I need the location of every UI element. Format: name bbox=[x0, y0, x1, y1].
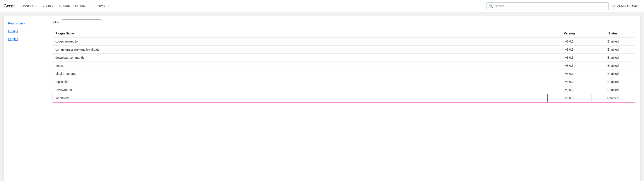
col-header-plugin-name: Plugin Name bbox=[53, 30, 548, 38]
topbar: Gerrit CHANGES ▾ YOUR ▾ DOCUMENTATION ▾ … bbox=[0, 0, 644, 12]
search-input[interactable] bbox=[495, 4, 606, 8]
cell-plugin-name: replication bbox=[53, 78, 548, 86]
cell-status: Enabled bbox=[591, 54, 635, 62]
cell-status: Enabled bbox=[591, 38, 635, 46]
filter-label: Filter: bbox=[52, 20, 60, 24]
filter-bar: Filter: bbox=[52, 20, 635, 25]
table-row[interactable]: webhooksv3.0.3Enabled bbox=[53, 94, 635, 102]
cell-plugin-name: download-commands bbox=[53, 54, 548, 62]
sidebar-item-repositories[interactable]: Repositories bbox=[4, 20, 47, 27]
content-area: Filter: Plugin Name Version Status codem… bbox=[47, 16, 640, 181]
cell-status: Enabled bbox=[591, 46, 635, 54]
gear-icon: ⚙ bbox=[612, 4, 616, 8]
search-bar: 🔍 bbox=[486, 2, 609, 10]
cell-plugin-name: commit-message-length-validator bbox=[53, 46, 548, 54]
cell-version: v3.0.3 bbox=[548, 54, 591, 62]
admin-label: ADMINISTRATOR bbox=[618, 4, 640, 8]
plugins-table: Plugin Name Version Status codemirror-ed… bbox=[52, 30, 635, 102]
cell-version: v3.0.3 bbox=[548, 38, 591, 46]
cell-status: Enabled bbox=[591, 78, 635, 86]
nav-changes[interactable]: CHANGES ▾ bbox=[16, 0, 39, 12]
cell-version: v3.0.3 bbox=[548, 46, 591, 54]
cell-version: v3.0.3 bbox=[548, 70, 591, 78]
cell-status: Enabled bbox=[591, 94, 635, 102]
main-layout: Repositories Groups Plugins Filter: Plug… bbox=[4, 16, 640, 181]
cell-status: Enabled bbox=[591, 70, 635, 78]
cell-plugin-name: hooks bbox=[53, 62, 548, 70]
table-row[interactable]: download-commandsv3.0.3Enabled bbox=[53, 54, 635, 62]
nav-documentation[interactable]: DOCUMENTATION ▾ bbox=[56, 0, 90, 12]
table-row[interactable]: commit-message-length-validatorv3.0.3Ena… bbox=[53, 46, 635, 54]
nav-your[interactable]: YOUR ▾ bbox=[40, 0, 56, 12]
chevron-down-icon: ▾ bbox=[108, 5, 109, 7]
cell-plugin-name: plugin-manager bbox=[53, 70, 548, 78]
cell-version: v3.0.3 bbox=[548, 78, 591, 86]
sidebar: Repositories Groups Plugins bbox=[4, 16, 47, 181]
nav-your-label: YOUR bbox=[42, 4, 51, 8]
filter-input[interactable] bbox=[62, 20, 101, 25]
nav-browse[interactable]: BROWSE ▾ bbox=[90, 0, 112, 12]
table-row[interactable]: plugin-managerv3.0.3Enabled bbox=[53, 70, 635, 78]
cell-version: v3.0.3 bbox=[548, 94, 591, 102]
table-row[interactable]: reviewnotesv3.0.3Enabled bbox=[53, 86, 635, 94]
col-header-status: Status bbox=[591, 30, 635, 38]
table-row[interactable]: codemirror-editorv3.0.3Enabled bbox=[53, 38, 635, 46]
chevron-down-icon: ▾ bbox=[35, 5, 36, 7]
cell-status: Enabled bbox=[591, 62, 635, 70]
nav-browse-label: BROWSE bbox=[94, 4, 107, 8]
chevron-down-icon: ▾ bbox=[86, 5, 88, 7]
cell-version: v3.0.3 bbox=[548, 62, 591, 70]
nav-documentation-label: DOCUMENTATION bbox=[59, 4, 85, 8]
app-logo: Gerrit bbox=[4, 4, 14, 8]
sidebar-item-groups[interactable]: Groups bbox=[4, 27, 47, 35]
cell-plugin-name: codemirror-editor bbox=[53, 38, 548, 46]
cell-version: v3.0.3 bbox=[548, 86, 591, 94]
chevron-down-icon: ▾ bbox=[52, 5, 53, 7]
cell-status: Enabled bbox=[591, 86, 635, 94]
cell-plugin-name: webhooks bbox=[53, 94, 548, 102]
table-header-row: Plugin Name Version Status bbox=[53, 30, 635, 38]
nav-changes-label: CHANGES bbox=[20, 4, 34, 8]
table-row[interactable]: replicationv3.0.3Enabled bbox=[53, 78, 635, 86]
admin-menu[interactable]: ⚙ ADMINISTRATOR bbox=[612, 4, 640, 8]
sidebar-item-plugins[interactable]: Plugins bbox=[4, 35, 47, 43]
col-header-version: Version bbox=[548, 30, 591, 38]
search-icon: 🔍 bbox=[489, 4, 493, 8]
cell-plugin-name: reviewnotes bbox=[53, 86, 548, 94]
table-row[interactable]: hooksv3.0.3Enabled bbox=[53, 62, 635, 70]
